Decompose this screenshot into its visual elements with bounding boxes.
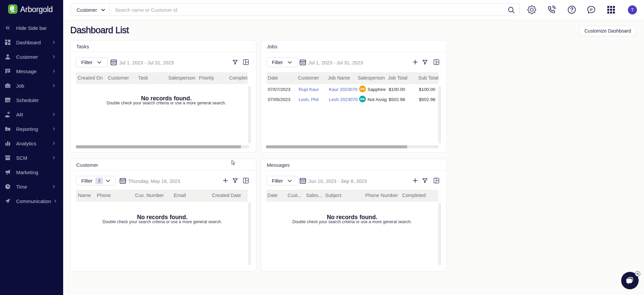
- svg-text:$: $: [8, 112, 9, 114]
